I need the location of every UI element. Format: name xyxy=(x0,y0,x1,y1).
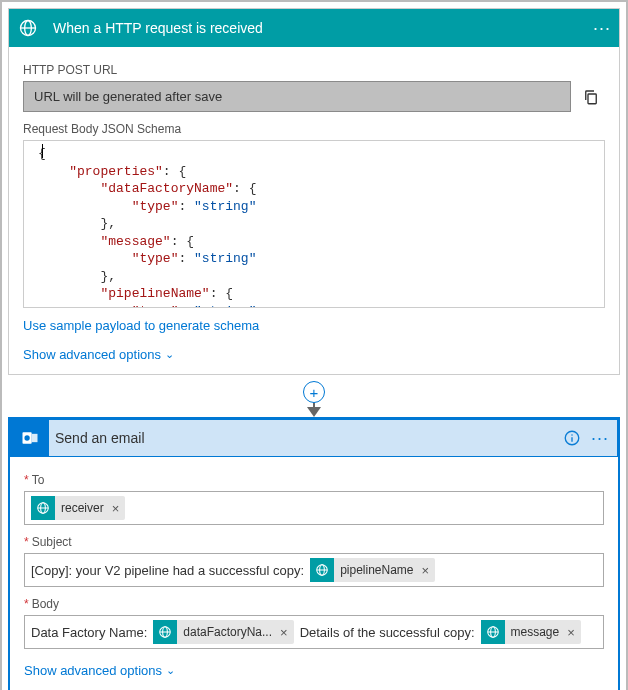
dynamic-content-token[interactable]: dataFactoryNa...× xyxy=(153,620,293,644)
info-icon[interactable] xyxy=(563,429,581,447)
http-trigger-icon xyxy=(481,620,505,644)
to-field[interactable]: receiver× xyxy=(24,491,604,525)
connector: + xyxy=(8,375,620,417)
use-sample-payload-link[interactable]: Use sample payload to generate schema xyxy=(23,318,259,333)
trigger-title: When a HTTP request is received xyxy=(47,20,593,36)
copy-url-button[interactable] xyxy=(577,81,605,112)
schema-textarea[interactable]: { "properties": { "dataFactoryName": { "… xyxy=(23,140,605,308)
trigger-menu-button[interactable]: ··· xyxy=(593,19,611,37)
remove-token-button[interactable]: × xyxy=(420,563,432,578)
dynamic-content-token[interactable]: receiver× xyxy=(31,496,125,520)
svg-rect-2 xyxy=(588,94,596,104)
body-field[interactable]: Data Factory Name:dataFactoryNa...×Detai… xyxy=(24,615,604,649)
action-title: Send an email xyxy=(49,430,563,446)
dynamic-content-token[interactable]: pipelineName× xyxy=(310,558,435,582)
arrow-down-icon xyxy=(307,407,321,417)
to-label: To xyxy=(24,473,604,487)
trigger-card: When a HTTP request is received ··· HTTP… xyxy=(8,8,620,375)
action-menu-button[interactable]: ··· xyxy=(591,429,609,447)
subject-field[interactable]: [Copy]: your V2 pipeline had a successfu… xyxy=(24,553,604,587)
action-card: Send an email ··· To receiver× Subject [… xyxy=(8,417,620,690)
http-post-url-field[interactable]: URL will be generated after save xyxy=(23,81,571,112)
action-header[interactable]: Send an email ··· xyxy=(10,419,618,457)
add-step-button[interactable]: + xyxy=(303,381,325,403)
remove-token-button[interactable]: × xyxy=(278,625,290,640)
chevron-down-icon: ⌄ xyxy=(165,348,174,361)
dynamic-content-token[interactable]: message× xyxy=(481,620,581,644)
remove-token-button[interactable]: × xyxy=(565,625,577,640)
trigger-header[interactable]: When a HTTP request is received ··· xyxy=(9,9,619,47)
http-trigger-icon xyxy=(31,496,55,520)
http-trigger-icon xyxy=(9,9,47,47)
outlook-icon xyxy=(11,419,49,457)
svg-rect-5 xyxy=(32,434,38,442)
schema-label: Request Body JSON Schema xyxy=(23,122,605,136)
remove-token-button[interactable]: × xyxy=(110,501,122,516)
http-trigger-icon xyxy=(153,620,177,644)
http-trigger-icon xyxy=(310,558,334,582)
action-show-advanced-link[interactable]: Show advanced options ⌄ xyxy=(24,663,175,678)
subject-label: Subject xyxy=(24,535,604,549)
svg-point-4 xyxy=(24,435,29,440)
chevron-down-icon: ⌄ xyxy=(166,664,175,677)
body-label: Body xyxy=(24,597,604,611)
trigger-show-advanced-link[interactable]: Show advanced options ⌄ xyxy=(23,347,174,362)
url-label: HTTP POST URL xyxy=(23,63,605,77)
svg-point-8 xyxy=(571,434,573,436)
